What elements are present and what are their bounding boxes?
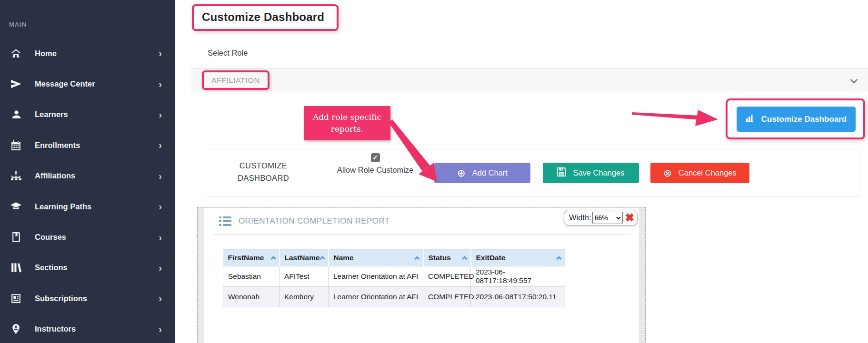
chevron-right-icon: ›	[159, 263, 162, 273]
sort-caret-icon	[556, 256, 561, 261]
remove-widget-icon[interactable]: ✖	[625, 212, 634, 223]
chevron-right-icon: ›	[159, 324, 162, 334]
role-dropdown[interactable]: AFFILIATION	[191, 68, 868, 91]
chevron-right-icon: ›	[159, 233, 162, 242]
home-icon	[9, 48, 23, 59]
sort-caret-icon	[319, 256, 325, 261]
role-value-highlight-box: AFFILIATION	[202, 70, 269, 90]
sidebar-section-label: MAIN	[9, 21, 27, 28]
sort-caret-icon	[270, 256, 276, 261]
toolbar-title: CUSTOMIZE DASHBOARD	[220, 160, 306, 184]
column-header-status[interactable]: Status	[423, 250, 471, 266]
table-row: Wenonah Kembery Learner Orientation at A…	[223, 287, 565, 307]
sidebar-item-instructors[interactable]: Instructors ›	[0, 314, 175, 343]
list-icon	[219, 216, 231, 226]
page-title-highlight-box: Customize Dashboard	[192, 4, 339, 31]
sidebar-item-learners[interactable]: Learners ›	[0, 99, 175, 130]
column-header-exitdate[interactable]: ExitDate	[471, 250, 565, 266]
widget-width-control: Width: 66% ✖	[564, 210, 638, 225]
main-content: Customize Dashboard Select Role AFFILIAT…	[175, 0, 868, 343]
report-table: FirstName LastName Name Status ExitDate …	[223, 249, 565, 307]
report-widget-title: ORIENTATION COMPLETION REPORT	[239, 216, 390, 226]
sidebar-item-subscriptions[interactable]: Subscriptions ›	[0, 283, 175, 314]
column-header-name[interactable]: Name	[329, 250, 423, 266]
book-icon	[9, 231, 23, 243]
save-changes-button[interactable]: Save Changes	[543, 163, 639, 183]
paper-plane-icon	[9, 78, 23, 90]
role-selected-value: AFFILIATION	[211, 76, 260, 85]
sidebar-item-courses[interactable]: Courses ›	[0, 222, 175, 252]
sidebar-item-message-center[interactable]: Message Center ›	[0, 69, 175, 99]
chevron-right-icon: ›	[159, 202, 162, 211]
table-row: Sebastian AFITest Learner Orientation at…	[223, 266, 565, 287]
sitemap-icon	[9, 170, 23, 182]
chevron-down-icon	[850, 76, 858, 84]
app-window: MAIN Home › Message Center › Learners › …	[0, 0, 868, 343]
allow-role-customize-checkbox[interactable]: ✓	[371, 153, 380, 162]
sidebar-item-enrollments[interactable]: Enrollments ›	[0, 130, 175, 160]
sidebar-item-sections[interactable]: Sections ›	[0, 253, 175, 283]
report-widget-card: ORIENTATION COMPLETION REPORT Width: 66%…	[204, 208, 639, 343]
chevron-right-icon: ›	[159, 110, 162, 119]
select-role-label: Select Role	[208, 49, 248, 58]
person-icon	[9, 108, 23, 120]
allow-role-customize-label: Allow Role Customize	[323, 166, 428, 175]
chevron-right-icon: ›	[159, 294, 162, 303]
sidebar-item-affiliations[interactable]: Affiliations ›	[0, 161, 175, 191]
sidebar-item-learning-paths[interactable]: Learning Paths ›	[0, 191, 175, 222]
cancel-changes-button[interactable]: ⊗ Cancel Changes	[650, 163, 749, 183]
sort-caret-icon	[414, 256, 419, 261]
newspaper-icon	[9, 293, 23, 304]
table-header-row: FirstName LastName Name Status ExitDate	[223, 250, 565, 266]
plus-circle-icon: ⊕	[457, 168, 466, 178]
floppy-disk-icon	[557, 167, 566, 178]
bar-chart-icon	[746, 114, 755, 125]
person-pin-icon	[9, 323, 23, 335]
sidebar: MAIN Home › Message Center › Learners › …	[0, 0, 175, 343]
chevron-right-icon: ›	[159, 171, 162, 181]
arrow-to-customize-dashboard	[632, 112, 701, 120]
column-header-lastname[interactable]: LastName	[279, 250, 329, 266]
width-select[interactable]: 66%	[592, 212, 623, 224]
column-header-firstname[interactable]: FirstName	[223, 250, 279, 266]
calendar-icon	[9, 139, 23, 151]
books-icon	[9, 262, 23, 274]
customize-toolbar-card: CUSTOMIZE DASHBOARD ✓ Allow Role Customi…	[206, 149, 860, 196]
width-label: Width:	[569, 213, 591, 222]
sort-caret-icon	[462, 256, 467, 261]
chevron-right-icon: ›	[159, 140, 162, 150]
x-circle-icon: ⊗	[663, 168, 672, 178]
dashboard-widget-panel: ORIENTATION COMPLETION REPORT Width: 66%…	[197, 207, 646, 343]
graduation-cap-icon	[9, 201, 23, 213]
add-chart-button[interactable]: ⊕ Add Chart	[434, 163, 530, 183]
chevron-right-icon: ›	[159, 49, 162, 58]
customize-dashboard-button[interactable]: Customize Dashboard	[737, 107, 856, 132]
chevron-right-icon: ›	[159, 79, 162, 89]
annotation-callout: Add role specific reports.	[304, 106, 390, 140]
sidebar-item-home[interactable]: Home ›	[0, 38, 175, 69]
page-title: Customize Dashboard	[202, 10, 324, 24]
